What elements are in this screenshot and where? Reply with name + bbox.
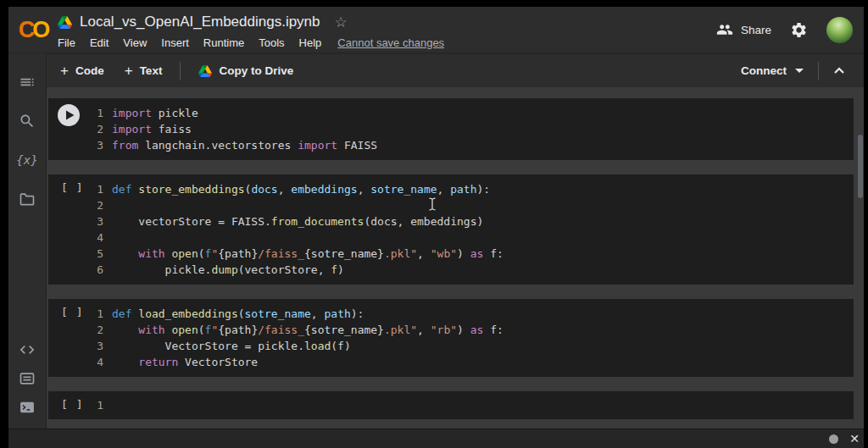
close-icon[interactable]: ✕ xyxy=(849,433,860,445)
code-editor-area[interactable]: 1def store_embeddings(docs, embeddings, … xyxy=(48,181,854,278)
code-editor-area[interactable]: 1 xyxy=(48,397,854,413)
copy-to-drive-button[interactable]: Copy to Drive xyxy=(188,54,303,87)
code-cell-1[interactable]: 1import pickle2import faiss3from langcha… xyxy=(48,98,854,160)
search-icon[interactable] xyxy=(8,102,46,141)
menu-item-insert[interactable]: Insert xyxy=(161,36,189,49)
left-sidebar: {x} xyxy=(8,53,47,429)
notebook-title[interactable]: Local_vs_OpenAI_Embeddings.ipynb xyxy=(80,14,320,30)
line-number: 4 xyxy=(48,354,103,370)
menubar: FileEditViewInsertRuntimeToolsHelp Canno… xyxy=(58,33,716,52)
line-number: 6 xyxy=(48,262,103,278)
code-editor-area[interactable]: 1def load_embeddings(sotre_name, path):2… xyxy=(48,306,854,370)
line-number: 3 xyxy=(48,338,103,354)
line-number: 5 xyxy=(48,246,103,262)
menu-item-help[interactable]: Help xyxy=(299,36,322,49)
line-number: 3 xyxy=(48,137,103,153)
code-snippets-icon[interactable] xyxy=(8,335,46,364)
code-cell-4[interactable]: [ ]1 xyxy=(48,391,854,419)
menu-item-view[interactable]: View xyxy=(123,36,147,49)
chevron-up-icon xyxy=(833,67,845,75)
star-icon[interactable]: ☆ xyxy=(335,14,348,31)
chevron-down-icon xyxy=(795,69,804,73)
connect-label: Connect xyxy=(741,64,787,77)
people-icon xyxy=(716,21,733,38)
add-text-label: Text xyxy=(140,64,163,77)
logo-letter-o: O xyxy=(32,17,47,43)
line-number: 2 xyxy=(48,322,103,338)
variables-icon[interactable]: {x} xyxy=(8,141,46,180)
menu-item-tools[interactable]: Tools xyxy=(259,36,284,49)
colab-logo[interactable]: CO xyxy=(8,7,58,53)
menu-item-runtime[interactable]: Runtime xyxy=(203,36,244,49)
files-folder-icon[interactable] xyxy=(8,180,46,218)
line-number: 2 xyxy=(48,197,103,213)
plus-icon: + xyxy=(60,64,69,78)
execution-count[interactable]: [ ] xyxy=(61,398,83,411)
copy-to-drive-label: Copy to Drive xyxy=(219,64,293,77)
colab-window: CO Local_vs_OpenAI_Embeddings.ipynb ☆ xyxy=(8,7,864,429)
line-number: 4 xyxy=(48,230,103,246)
toolbar-divider xyxy=(818,62,819,80)
vertical-scrollbar[interactable] xyxy=(858,135,863,198)
cells: 1import pickle2import faiss3from langcha… xyxy=(47,98,864,419)
execution-count[interactable]: [ ] xyxy=(61,306,83,318)
drive-icon xyxy=(198,65,212,77)
line-number: 3 xyxy=(48,213,103,230)
code-cell-3[interactable]: [ ]1def load_embeddings(sotre_name, path… xyxy=(48,299,854,377)
notebook-toolbar: + Code + Text xyxy=(47,53,864,87)
add-code-button[interactable]: + Code xyxy=(50,54,114,87)
menu-item-file[interactable]: File xyxy=(58,36,75,49)
code-editor-area[interactable]: 1import pickle2import faiss3from langcha… xyxy=(48,105,854,153)
header: CO Local_vs_OpenAI_Embeddings.ipynb ☆ xyxy=(8,7,864,53)
terminal-icon[interactable] xyxy=(8,393,46,422)
menu-item-edit[interactable]: Edit xyxy=(90,36,108,49)
command-palette-icon[interactable] xyxy=(8,364,46,393)
user-avatar[interactable] xyxy=(826,17,853,43)
code-cell-2[interactable]: [ ]1def store_embeddings(docs, embedding… xyxy=(48,174,854,285)
settings-gear-icon[interactable] xyxy=(790,21,808,39)
collapse-header-button[interactable] xyxy=(826,54,852,87)
plus-icon: + xyxy=(125,64,133,78)
notebook-content[interactable]: 1import pickle2import faiss3from langcha… xyxy=(47,87,864,429)
share-button[interactable]: Share xyxy=(716,21,771,38)
logo-letter-c: C xyxy=(19,17,33,43)
drive-icon xyxy=(58,16,72,29)
execution-count[interactable]: [ ] xyxy=(61,181,83,194)
add-code-label: Code xyxy=(75,64,104,77)
status-dot-icon xyxy=(829,434,838,444)
connect-button[interactable]: Connect xyxy=(734,64,810,77)
share-label: Share xyxy=(741,24,771,36)
table-of-contents-icon[interactable] xyxy=(8,63,46,102)
run-cell-button[interactable] xyxy=(58,104,80,126)
save-status-link[interactable]: Cannot save changes xyxy=(337,36,444,49)
add-text-button[interactable]: + Text xyxy=(114,54,173,87)
bottom-notification-bar: ✕ xyxy=(8,429,864,448)
toolbar-divider xyxy=(180,62,181,80)
